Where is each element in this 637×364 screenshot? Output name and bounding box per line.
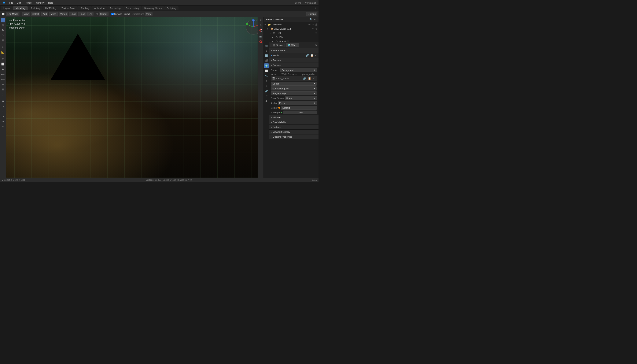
photo-studio-slot[interactable]: 🖼 photo_studio.... 🔗 📋 ✕ [271,76,317,81]
scene-world-header[interactable]: ▾ Scene World [269,48,319,53]
scene-props-btn[interactable]: 🎬 [264,58,269,63]
mesh-button[interactable]: Mesh [49,12,58,16]
tab-scripting[interactable]: Scripting [164,6,179,10]
physics-props-btn[interactable]: ⚛ [264,84,269,88]
edge-button[interactable]: Edge [69,12,77,16]
render-mode-btn[interactable]: ⭕ [258,39,263,44]
tab-geometry-nodes[interactable]: Geometry Nodes [142,6,164,10]
scene-tab[interactable]: 🎬 Scene [271,43,285,47]
blender-menu[interactable]: 🔷 [1,1,7,4]
view-layer-props-btn[interactable]: 🔢 [264,53,269,58]
inset-tool[interactable]: ⬜ [1,62,5,66]
snap-btn[interactable]: 🧲 [258,28,263,32]
data-props-btn[interactable]: ▽ [264,94,269,98]
gauge-cursor[interactable]: ⊙ [315,28,318,30]
view3d-btn[interactable]: 📷 [258,34,263,39]
slot-link[interactable]: 🔗 [303,77,307,80]
settings-header[interactable]: ▸ Settings [269,125,319,129]
equirect-dropdown[interactable]: Equirectangular ▾ [271,86,317,90]
rotate-tool[interactable]: ↻ [1,28,5,32]
alpha-dropdown[interactable]: Prem... ▾ [278,101,317,105]
viewport-display-header[interactable]: ▸ Viewport Display [269,130,319,134]
orientation-dropdown[interactable]: View [145,12,153,16]
transform-tool[interactable]: ⊞ [1,38,5,43]
gauge-eye[interactable]: 👁 [311,28,314,30]
add-button[interactable]: Add [41,12,49,16]
file-menu[interactable]: File [8,1,15,4]
surface-project-checkbox[interactable] [111,13,114,15]
tab-animation[interactable]: Animation [92,6,107,10]
vector-dropdown[interactable]: Default [281,106,317,110]
uv-button[interactable]: UV [87,12,94,16]
world-tab[interactable]: 🌍 World [286,43,299,47]
gauge-item[interactable]: ▾ 📦 2023Gauge v14 👁 ⊙ [264,27,319,31]
dial1-eye[interactable]: 👁 [315,32,318,34]
render-props-btn[interactable]: 📷 [264,43,269,48]
material-props-btn[interactable]: ⬟ [264,99,269,104]
single-image-dropdown[interactable]: Single Image ▾ [271,91,317,95]
mode-dropdown[interactable]: Edit Mode [6,12,20,16]
constraints-props-btn[interactable]: 🔗 [264,89,269,94]
move-tool[interactable]: ⊕ [1,23,5,28]
add-tab-btn[interactable]: + [314,7,318,10]
edit-menu[interactable]: Edit [15,1,23,4]
strength-field[interactable]: 0.200 [283,110,317,114]
cursor-tool[interactable]: ✛ [1,18,5,22]
smooth-tool[interactable]: 〜 [1,104,5,109]
tab-modeling[interactable]: Modeling [13,6,28,10]
tab-rendering[interactable]: Rendering [107,6,123,10]
rip-tool[interactable]: ⋈ [1,124,5,129]
shear-tool[interactable]: ⊳ [1,119,5,124]
outliner-search[interactable]: 🔍 [309,18,313,21]
render-menu[interactable]: Render [23,1,34,4]
volume-header[interactable]: ▸ Volume [269,115,319,120]
surface-type-dropdown[interactable]: Background ▾ [280,68,317,72]
face-button[interactable]: Face [78,12,86,16]
collection-item[interactable]: ▾ 📁 Collection 👁 ⊙ 🎬 [264,22,319,27]
tab-sculpting[interactable]: Sculpting [28,6,43,10]
transform-dropdown[interactable]: Global [99,12,109,16]
dial1-item[interactable]: ▸ ⬡ Dial:1 👁 [264,31,319,35]
slot-copy[interactable]: 📋 [308,77,312,80]
loop-cut-tool[interactable]: ⟺ [1,72,5,76]
view-overlay-btn[interactable]: 👁 [258,18,263,22]
options-button[interactable]: Options [306,12,317,16]
help-menu[interactable]: Help [47,1,55,4]
world-copy-btn[interactable]: 📋 [310,54,314,57]
spin-tool[interactable]: ◉ [1,99,5,104]
scale-tool[interactable]: ⤡ [1,33,5,38]
extrude-tool[interactable]: ⬆ [1,57,5,61]
edge-slide-tool[interactable]: ⤸ [1,109,5,114]
view-button[interactable]: View [22,12,30,16]
vertex-button[interactable]: Vertex [59,12,68,16]
surface-header[interactable]: ▾ Surface [269,63,319,68]
measure-tool[interactable]: 📐 [1,50,5,54]
cursor-icon[interactable]: ⊙ [311,24,314,26]
select-button[interactable]: Select [31,12,41,16]
slot-close[interactable]: ✕ [312,77,315,80]
annotate-tool[interactable]: ✏ [1,45,5,50]
body-item[interactable]: ▸ ⬡ Body1.0f [264,39,319,42]
window-menu[interactable]: Window [35,1,46,4]
viewport[interactable]: User Perspective (140) Body1.010 Renderi… [6,17,264,178]
dial-item[interactable]: ▸ ⬡ Dial [264,35,319,39]
tab-uv-editing[interactable]: UV Editing [43,6,59,10]
modifier-props-btn[interactable]: 🔧 [264,74,269,78]
knife-tool[interactable]: ✂ [1,82,5,87]
world-props-btn active[interactable]: 🌍 [264,64,269,68]
world-close-btn[interactable]: ✕ [314,54,317,57]
outliner-filter[interactable]: ⚙ [314,18,317,21]
bevel-tool[interactable]: ◆ [1,67,5,72]
output-props-btn[interactable]: 🖨 [264,48,269,53]
world-link-btn[interactable]: 🔗 [305,54,309,57]
eye-icon[interactable]: 👁 [308,24,311,26]
preview-header[interactable]: ▸ Preview [269,58,319,62]
close-world-btn[interactable]: ✕ [315,44,317,47]
ray-visibility-header[interactable]: ▸ Ray Visibility [269,120,319,124]
tab-compositing[interactable]: Compositing [123,6,141,10]
color-space-dropdown[interactable]: Linear ▾ [285,96,317,100]
bisect-tool[interactable]: ⊟ [1,87,5,92]
object-props-btn[interactable]: ⬜ [264,68,269,73]
shrink-tool[interactable]: ⟳ [1,114,5,119]
offset-edge-tool[interactable]: ⟾ [1,77,5,82]
